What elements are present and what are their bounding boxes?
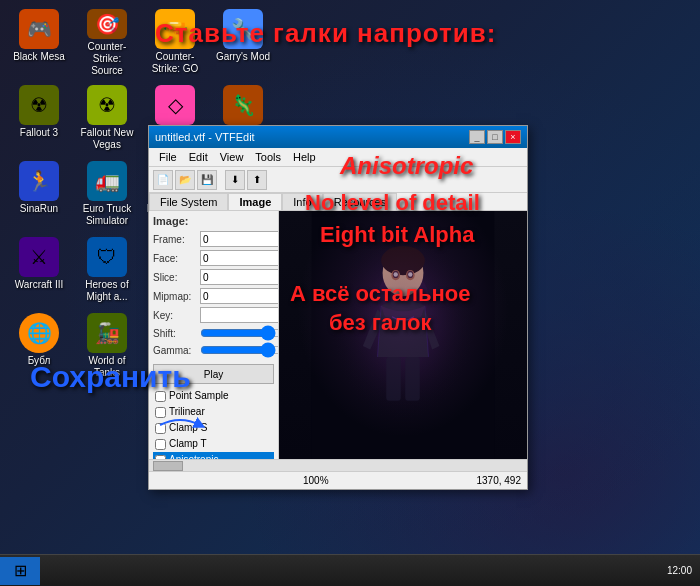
close-button[interactable]: × [505,130,521,144]
face-label: Face: [153,253,198,264]
maximize-button[interactable]: □ [487,130,503,144]
icon-label: SinaRun [20,203,58,215]
shift-field-row: Shift: [153,326,274,340]
icon-warcraft3[interactable]: ⚔ Warcraft III [5,233,73,309]
status-coords: 1370, 492 [476,475,521,486]
menu-tools[interactable]: Tools [249,149,287,165]
shift-slider[interactable] [200,326,279,340]
status-zoom: 100% [303,475,329,486]
icon-heroes[interactable]: 🛡 Heroes of Might a... [73,233,141,309]
image-section-label: Image: [153,215,274,227]
vtf-titlebar-buttons: _ □ × [469,130,521,144]
icon-euro-truck[interactable]: 🚛 Euro Truck Simulator [73,157,141,233]
toolbar-open[interactable]: 📂 [175,170,195,190]
icon-label: Fallout 3 [20,127,58,139]
start-button[interactable]: ⊞ [0,557,40,585]
icon-label: Fallout New Vegas [77,127,137,151]
face-field-row: Face: ▲▼ [153,250,274,266]
icon-label: Black Mesa [13,51,65,63]
icon-fallout3[interactable]: ☢ Fallout 3 [5,81,73,157]
svg-rect-12 [405,357,420,401]
menu-help[interactable]: Help [287,149,322,165]
mipmap-label: Mipmap: [153,291,198,302]
vtf-title: untitled.vtf - VTFEdit [155,131,255,143]
icon-sinarun[interactable]: 🏃 SinaRun [5,157,73,233]
mipmap-input[interactable] [200,288,279,304]
gamma-field-row: Gamma: [153,343,274,357]
icon-label: Euro Truck Simulator [77,203,137,227]
frame-field-row: Frame: ▲▼ [153,231,274,247]
icon-label: Counter-Strike: GO [145,51,205,75]
toolbar-import[interactable]: ⬇ [225,170,245,190]
icon-css[interactable]: 🎯 Counter-Strike: Source [73,5,141,81]
annotation-title: Ставьте галки напротив: [155,18,496,49]
mipmap-field-row: Mipmap: ▲▼ [153,288,274,304]
icon-label: Warcraft III [15,279,64,291]
icon-label: Garry's Mod [216,51,270,63]
menu-view[interactable]: View [214,149,250,165]
frame-label: Frame: [153,234,198,245]
slice-input[interactable] [200,269,279,285]
toolbar-new[interactable]: 📄 [153,170,173,190]
slice-field-row: Slice: ▲▼ [153,269,274,285]
svg-point-4 [381,246,425,275]
taskbar-clock: 12:00 [659,565,700,576]
desktop: 🎮 Black Mesa 🎯 Counter-Strike: Source 🔫 … [0,0,700,586]
shift-label: Shift: [153,328,198,339]
annotation-save: Сохранить [30,360,191,394]
annotation-no-lod: No level of detail [305,190,480,216]
tab-image[interactable]: Image [228,193,282,210]
menu-file[interactable]: File [153,149,183,165]
scrollbar-thumb[interactable] [153,461,183,471]
svg-point-7 [393,271,399,278]
face-input[interactable] [200,250,279,266]
annotation-rest: А всё остальноебез галок [290,280,470,337]
save-arrow-icon [155,410,205,440]
vtf-statusbar: 100% 1370, 492 [149,471,527,489]
key-field-row: Key: [153,307,274,323]
svg-point-9 [394,272,398,276]
svg-point-5 [391,270,400,280]
key-input[interactable] [200,307,279,323]
slice-label: Slice: [153,272,198,283]
annotation-eight-bit: Eight bit Alpha [320,222,474,248]
vtf-titlebar: untitled.vtf - VTFEdit _ □ × [149,126,527,148]
gamma-slider[interactable] [200,343,279,357]
frame-input[interactable] [200,231,279,247]
icon-black-mesa[interactable]: 🎮 Black Mesa [5,5,73,81]
gamma-label: Gamma: [153,345,198,356]
svg-point-10 [408,272,412,276]
minimize-button[interactable]: _ [469,130,485,144]
icon-label: Heroes of Might a... [77,279,137,303]
toolbar-save[interactable]: 💾 [197,170,217,190]
tab-filesystem[interactable]: File System [149,193,228,210]
annotation-anisotropic: Anisotropic [340,152,473,180]
icon-fallout-nv[interactable]: ☢ Fallout New Vegas [73,81,141,157]
key-label: Key: [153,310,198,321]
svg-point-8 [407,271,413,278]
taskbar: ⊞ 12:00 [0,554,700,586]
cb-anisotropic[interactable]: Anisotropic [153,452,274,459]
svg-point-6 [406,270,415,280]
toolbar-export[interactable]: ⬆ [247,170,267,190]
menu-edit[interactable]: Edit [183,149,214,165]
icon-label: Counter-Strike: Source [77,41,137,77]
svg-rect-11 [386,357,401,401]
vtf-scrollbar-h[interactable] [149,459,527,471]
